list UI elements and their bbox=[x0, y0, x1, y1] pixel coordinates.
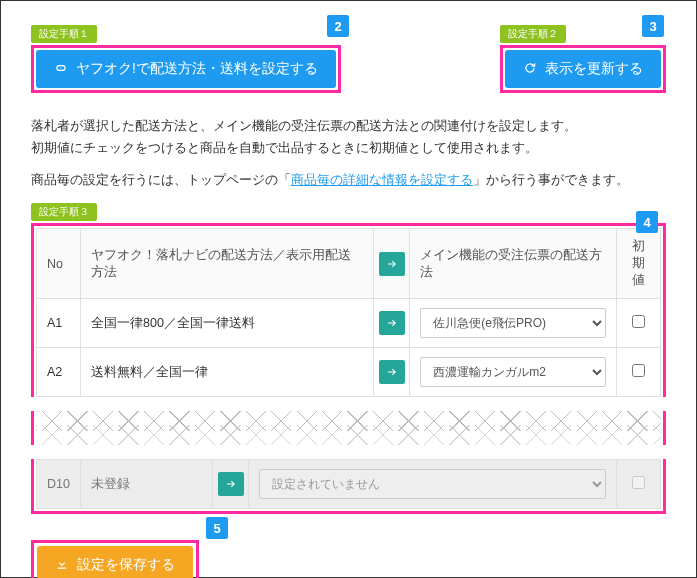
step1-col: 設定手順１ ヤフオク!で配送方法・送料を設定する bbox=[31, 25, 341, 93]
cell-default bbox=[617, 460, 661, 509]
callout-badge-2: 2 bbox=[327, 15, 349, 37]
cell-method: 未登録 bbox=[81, 460, 213, 509]
arrow-button-header[interactable] bbox=[379, 252, 405, 276]
cell-arrow bbox=[374, 348, 410, 397]
shipping-select-disabled[interactable]: 設定されていません bbox=[259, 469, 606, 499]
shipping-select[interactable]: 西濃運輸カンガルm2 bbox=[420, 357, 606, 387]
save-area: 設定を保存する bbox=[31, 540, 666, 578]
shipping-table: No ヤフオク！落札ナビの配送方法／表示用配送方法 メイン機能の受注伝票の配送方… bbox=[36, 228, 661, 397]
cell-select: 西濃運輸カンガルm2 bbox=[410, 348, 617, 397]
desc-line2: 初期値にチェックをつけると商品を自動で出品するときに初期値として使用されます。 bbox=[31, 140, 538, 155]
col-no: No bbox=[37, 229, 81, 299]
shipping-select[interactable]: 佐川急便(e飛伝PRO) bbox=[420, 308, 606, 338]
table-header-row: No ヤフオク！落札ナビの配送方法／表示用配送方法 メイン機能の受注伝票の配送方… bbox=[37, 229, 661, 299]
table-row: A1 全国一律800／全国一律送料 佐川急便(e飛伝PRO) bbox=[37, 299, 661, 348]
callout-configure: ヤフオク!で配送方法・送料を設定する bbox=[31, 45, 341, 93]
cell-no: A1 bbox=[37, 299, 81, 348]
table-callout-top: No ヤフオク！落札ナビの配送方法／表示用配送方法 メイン機能の受注伝票の配送方… bbox=[31, 223, 666, 397]
default-checkbox[interactable] bbox=[632, 315, 645, 328]
table-row-disabled: D10 未登録 設定されていません bbox=[37, 460, 661, 509]
cell-arrow bbox=[213, 460, 249, 509]
shipping-table-bottom: D10 未登録 設定されていません bbox=[36, 459, 661, 509]
desc-line1: 落札者が選択した配送方法と、メイン機能の受注伝票の配送方法との関連付けを設定しま… bbox=[31, 118, 577, 133]
cell-default bbox=[617, 348, 661, 397]
default-checkbox-disabled bbox=[632, 476, 645, 489]
description-1: 落札者が選択した配送方法と、メイン機能の受注伝票の配送方法との関連付けを設定しま… bbox=[31, 115, 666, 159]
col-arrow bbox=[374, 229, 410, 299]
configure-button[interactable]: ヤフオク!で配送方法・送料を設定する bbox=[36, 50, 336, 88]
cell-arrow bbox=[374, 299, 410, 348]
table-gap bbox=[31, 411, 666, 445]
cell-select: 佐川急便(e飛伝PRO) bbox=[410, 299, 617, 348]
omission-indicator bbox=[36, 411, 661, 445]
download-icon bbox=[55, 557, 69, 574]
table-callout-bottom: D10 未登録 設定されていません bbox=[31, 459, 666, 514]
col-method: ヤフオク！落札ナビの配送方法／表示用配送方法 bbox=[81, 229, 374, 299]
refresh-icon bbox=[523, 61, 537, 78]
step-label-1: 設定手順１ bbox=[31, 25, 97, 43]
col-main: メイン機能の受注伝票の配送方法 bbox=[410, 229, 617, 299]
link-icon bbox=[54, 61, 68, 78]
cell-select: 設定されていません bbox=[249, 460, 617, 509]
refresh-button[interactable]: 表示を更新する bbox=[505, 50, 661, 88]
table-row: A2 送料無料／全国一律 西濃運輸カンガルm2 bbox=[37, 348, 661, 397]
desc-line3b: 」から行う事ができます。 bbox=[473, 172, 629, 187]
detail-settings-link[interactable]: 商品毎の詳細な情報を設定する bbox=[291, 172, 473, 187]
arrow-button[interactable] bbox=[379, 360, 405, 384]
step-label-3: 設定手順３ bbox=[31, 203, 97, 221]
step3-area: 設定手順３ No ヤフオク！落札ナビの配送方法／表示用配送方法 メイン機能の受注… bbox=[31, 203, 666, 514]
step-label-2: 設定手順２ bbox=[500, 25, 566, 43]
cell-no: D10 bbox=[37, 460, 81, 509]
col-default: 初期値 bbox=[617, 229, 661, 299]
page-container: 2 3 4 5 設定手順１ ヤフオク!で配送方法・送料を設定する 設定手順２ bbox=[0, 0, 697, 578]
configure-button-label: ヤフオク!で配送方法・送料を設定する bbox=[76, 60, 318, 78]
cell-method: 全国一律800／全国一律送料 bbox=[81, 299, 374, 348]
cell-default bbox=[617, 299, 661, 348]
refresh-button-label: 表示を更新する bbox=[545, 60, 643, 78]
arrow-button[interactable] bbox=[218, 472, 244, 496]
description-2: 商品毎の設定を行うには、トップページの「商品毎の詳細な情報を設定する」から行う事… bbox=[31, 169, 666, 191]
cell-method: 送料無料／全国一律 bbox=[81, 348, 374, 397]
callout-refresh: 表示を更新する bbox=[500, 45, 666, 93]
callout-badge-4: 4 bbox=[636, 211, 658, 233]
save-button[interactable]: 設定を保存する bbox=[37, 546, 193, 578]
callout-badge-3: 3 bbox=[642, 15, 664, 37]
arrow-button[interactable] bbox=[379, 311, 405, 335]
default-checkbox[interactable] bbox=[632, 364, 645, 377]
callout-save: 設定を保存する bbox=[31, 540, 199, 578]
callout-badge-5: 5 bbox=[206, 517, 228, 539]
desc-line3a: 商品毎の設定を行うには、トップページの「 bbox=[31, 172, 291, 187]
cell-no: A2 bbox=[37, 348, 81, 397]
save-button-label: 設定を保存する bbox=[77, 556, 175, 574]
